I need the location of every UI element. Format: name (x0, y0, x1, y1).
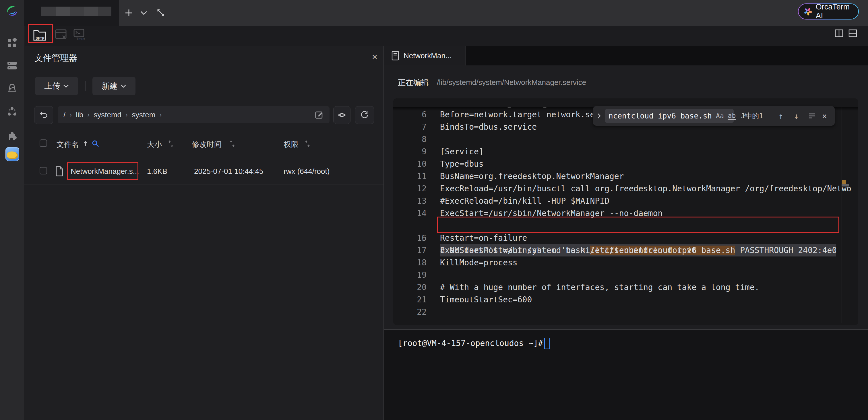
code-line: 16Restart=on-failure (393, 232, 858, 244)
sort-asc-icon[interactable] (83, 140, 88, 147)
fullscreen-icon[interactable] (156, 8, 165, 17)
terminal-cursor (544, 338, 550, 349)
match-case-toggle[interactable]: Aa (716, 112, 724, 120)
filename-annotation-box (67, 162, 138, 180)
whole-word-toggle[interactable]: ab (728, 112, 736, 120)
redacted-tab-title (98, 7, 112, 17)
logo-area (0, 0, 24, 26)
code-line: 17# NM doesn't want systemd to kill its … (393, 244, 858, 256)
editor-viewport[interactable]: 6Before=network.target network.se 7Binds… (393, 107, 858, 323)
new-label: 新建 (102, 80, 118, 92)
code-line: 19 (393, 269, 858, 281)
split-vertical-icon[interactable] (835, 29, 843, 37)
code-line: 10Type=dbus (393, 158, 858, 170)
cloud-drive-icon[interactable] (7, 83, 17, 94)
code-line: 22 (393, 306, 858, 318)
find-query-text[interactable]: ncentcloud_ipv6_base.sh (609, 111, 712, 120)
find-widget[interactable]: ncentcloud_ipv6_base.sh Aa ab .* 1中的1 ↑ … (593, 106, 835, 126)
tmux-icon[interactable]: Tmux (73, 29, 86, 41)
servers-icon[interactable] (7, 60, 17, 71)
undo-arrow-icon (39, 111, 48, 119)
file-mtime: 2025-07-01 10:44:45 (194, 167, 263, 176)
breadcrumb-separator: › (87, 111, 90, 119)
tabbar-background (119, 0, 868, 26)
file-icon (55, 166, 64, 177)
redacted-tab-title (56, 7, 70, 17)
redacted-tab-title (41, 7, 56, 17)
column-header-size[interactable]: 大小 (147, 139, 162, 150)
session-tab[interactable]: 1 (24, 0, 119, 26)
app-logo-icon[interactable] (5, 4, 19, 18)
breadcrumb-segment[interactable]: lib (76, 110, 83, 119)
breadcrumb-separator: › (125, 111, 128, 119)
editor-tab[interactable]: NetworkMan... (384, 46, 466, 65)
new-button[interactable]: 新建 (92, 77, 135, 95)
sort-icon[interactable] (168, 140, 174, 147)
divider (24, 155, 383, 155)
chevron-down-icon (63, 84, 69, 88)
find-next-button[interactable]: ↓ (794, 111, 799, 121)
toggle-hidden-files-button[interactable] (333, 106, 350, 124)
terminal-prompt-line[interactable]: [root@VM-4-157-opencloudos ~]# (398, 337, 550, 349)
column-header-mtime[interactable]: 修改时间 (192, 139, 222, 150)
refresh-icon (360, 111, 369, 119)
code-line: 8 (393, 133, 858, 146)
orcaterm-ai-button[interactable]: OrcaTerm AI (798, 3, 859, 20)
disconnect-window-icon[interactable] (55, 29, 67, 41)
find-expand-chevron[interactable] (597, 113, 601, 119)
select-all-checkbox[interactable] (40, 139, 47, 147)
tab-list-chevron-button[interactable] (140, 11, 148, 15)
column-header-perm[interactable]: 权限 (284, 139, 299, 150)
plugins-icon[interactable] (7, 130, 17, 140)
scrollbar-thumb[interactable] (842, 184, 849, 187)
breadcrumb-segment[interactable]: systemd (94, 110, 121, 119)
edit-path-icon[interactable] (315, 110, 324, 119)
user-avatar[interactable] (5, 147, 19, 161)
split-horizontal-icon[interactable] (848, 29, 857, 37)
file-manager-close-icon[interactable]: × (372, 52, 377, 62)
network-icon[interactable] (7, 106, 17, 117)
code-line: 12ExecReload=/usr/bin/busctl call org.fr… (393, 183, 858, 195)
new-tab-button[interactable] (125, 9, 133, 17)
button-separator (85, 81, 86, 91)
divider (24, 184, 383, 185)
code-line: 18KillMode=process (393, 256, 858, 269)
find-previous-button[interactable]: ↑ (778, 111, 783, 121)
breadcrumb-segment[interactable]: system (132, 110, 155, 119)
find-match-count: 1中的1 (741, 111, 763, 121)
dashboard-icon[interactable] (7, 38, 17, 48)
ai-sparkle-icon (804, 7, 812, 16)
filename-search-icon[interactable] (92, 140, 99, 148)
sort-icon[interactable] (305, 140, 310, 147)
editing-status-label: 正在编辑 (398, 77, 429, 88)
editing-file-path: /lib/systemd/system/NetworkManager.servi… (437, 78, 586, 87)
breadcrumb-separator: › (69, 111, 72, 119)
redacted-tab-title (84, 7, 98, 17)
path-breadcrumb[interactable]: / › lib › systemd › system › (58, 106, 330, 123)
chevron-down-icon (121, 84, 126, 88)
svg-text:Tmux: Tmux (76, 37, 85, 41)
sort-icon[interactable] (229, 140, 235, 147)
code-line: 11BusName=org.freedesktop.NetworkManager (393, 170, 858, 183)
back-button[interactable] (34, 106, 53, 124)
terminal-prompt: [root@VM-4-157-opencloudos ~]# (398, 337, 543, 349)
row-checkbox[interactable] (40, 167, 47, 174)
file-manager-panel (24, 46, 383, 420)
code-line: 21TimeoutStartSec=600 (393, 293, 858, 306)
divider (24, 68, 383, 68)
find-input[interactable]: ncentcloud_ipv6_base.sh Aa ab .* (605, 109, 734, 123)
find-close-button[interactable]: × (822, 111, 827, 121)
upload-label: 上传 (44, 80, 60, 92)
upload-button[interactable]: 上传 (35, 77, 78, 95)
document-icon (392, 51, 399, 61)
refresh-button[interactable] (355, 106, 374, 124)
redacted-tab-title (70, 7, 84, 17)
breadcrumb-separator: › (159, 111, 162, 119)
app-window: 1 OrcaTerm AI (0, 0, 868, 420)
find-in-selection-icon[interactable] (808, 113, 816, 119)
column-header-name[interactable]: 文件名 (57, 139, 79, 150)
orcaterm-ai-label: OrcaTerm AI (816, 3, 858, 20)
toolbar (24, 26, 868, 46)
code-line: 13#ExecReload=/bin/kill -HUP $MAINPID (393, 195, 858, 207)
breadcrumb-root[interactable]: / (63, 110, 65, 119)
